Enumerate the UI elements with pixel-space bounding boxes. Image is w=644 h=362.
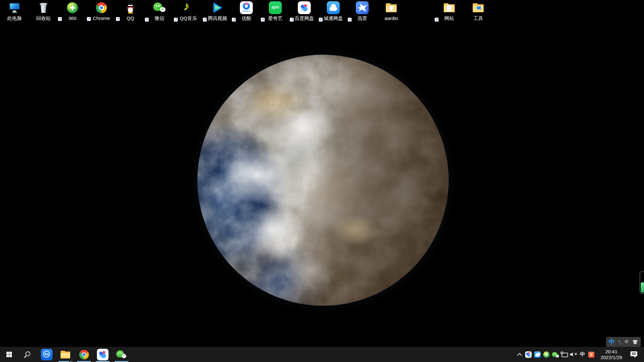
desktop-icon-qq-music[interactable]: QQ音乐 bbox=[174, 1, 203, 22]
desktop-icon-recycle-bin[interactable]: 回收站 bbox=[29, 1, 58, 22]
shortcut-arrow-icon bbox=[232, 18, 236, 22]
desktop-icon-chengtong-netdisk[interactable]: 城通网盘 bbox=[319, 1, 348, 22]
desktop-icon-label: 回收站 bbox=[36, 15, 51, 22]
desktop-icon-qq[interactable]: QQ bbox=[116, 1, 145, 21]
desktop-icon-grid: 此电脑 回收站 360 Chrome QQ 微信 QQ音乐 腾讯视频 优酷 爱奇… bbox=[0, 1, 644, 26]
dictionary-aa-icon bbox=[41, 349, 52, 360]
cloud-icon bbox=[327, 1, 340, 14]
baidu-netdisk-icon bbox=[524, 350, 533, 359]
desktop-icon-label: 迅雷 bbox=[357, 15, 367, 22]
shortcut-arrow-icon bbox=[261, 18, 265, 22]
iqiyi-icon bbox=[269, 1, 282, 14]
xunlei-bird-icon bbox=[356, 1, 369, 14]
desktop-icon-iqiyi[interactable]: 爱奇艺 bbox=[261, 1, 290, 22]
ime-lang-tray-button[interactable] bbox=[578, 347, 587, 362]
chrome-taskbar-button[interactable] bbox=[75, 347, 93, 362]
action-center-button[interactable] bbox=[627, 347, 641, 362]
desktop-icon-label: Chrome bbox=[93, 15, 110, 21]
desktop-screen: 此电脑 回收站 360 Chrome QQ 微信 QQ音乐 腾讯视频 优酷 爱奇… bbox=[0, 0, 644, 362]
desktop-icon-label: 微信 bbox=[155, 15, 164, 22]
desktop-icon-label: 工具 bbox=[473, 15, 483, 22]
wechat-tray-button[interactable] bbox=[551, 347, 560, 362]
360-safety-tray-button[interactable] bbox=[542, 347, 551, 362]
wechat-taskbar-button[interactable] bbox=[112, 347, 131, 362]
earth-wallpaper bbox=[197, 55, 449, 306]
desktop-icon-label: 优酷 bbox=[242, 15, 251, 22]
shortcut-arrow-icon bbox=[87, 17, 91, 21]
shortcut-arrow-icon bbox=[116, 17, 120, 21]
clock-time: 20:41 bbox=[596, 349, 627, 355]
chrome-icon bbox=[95, 1, 108, 14]
baidu-netdisk-tray-button[interactable] bbox=[524, 347, 533, 362]
desktop-icon-chrome[interactable]: Chrome bbox=[87, 1, 116, 21]
taskbar: 20:41 2022/1/29 bbox=[0, 347, 644, 362]
search-icon bbox=[22, 349, 34, 360]
chrome-icon bbox=[78, 349, 90, 360]
desktop-icon-tencent-video[interactable]: 腾讯视频 bbox=[203, 1, 232, 22]
desktop-icon-label: QQ音乐 bbox=[180, 15, 197, 22]
ime-punctuation[interactable] bbox=[619, 339, 621, 345]
music-note-icon bbox=[182, 1, 195, 14]
desktop-icon-xunlei[interactable]: 迅雷 bbox=[348, 1, 377, 22]
ime-mode-chinese[interactable] bbox=[609, 338, 615, 346]
side-indicator-pill bbox=[639, 271, 644, 294]
desktop-icon-this-pc[interactable]: 此电脑 bbox=[0, 1, 29, 22]
display-icon bbox=[560, 350, 569, 359]
shortcut-arrow-icon bbox=[58, 17, 62, 21]
desktop-icon-wechat[interactable]: 微信 bbox=[145, 1, 174, 22]
desktop-icon-label: 百度网盘 bbox=[295, 15, 314, 22]
chengtong-cloud-tray-button[interactable] bbox=[533, 347, 542, 362]
sogou-input-icon bbox=[587, 350, 596, 359]
volume-muted-icon bbox=[569, 350, 578, 359]
ime-status-bar bbox=[606, 337, 641, 347]
desktop-icon-label: QQ bbox=[127, 15, 134, 21]
desktop-icon-360[interactable]: 360 bbox=[58, 1, 87, 21]
volume-muted-tray-button[interactable] bbox=[569, 347, 578, 362]
hidden-icons-tray-button[interactable] bbox=[515, 347, 524, 362]
windows-logo-icon bbox=[4, 349, 15, 360]
baidu-netdisk-taskbar-button[interactable] bbox=[93, 347, 112, 362]
desktop-icon-label: 360 bbox=[68, 15, 76, 21]
desktop-icon-aardio[interactable]: aardio bbox=[377, 1, 406, 21]
folder-arrow-icon bbox=[472, 1, 485, 14]
wechat-icon bbox=[116, 349, 127, 360]
baidu-netdisk-icon bbox=[298, 1, 311, 14]
shortcut-arrow-icon bbox=[203, 18, 207, 22]
folder-files-icon bbox=[443, 1, 456, 14]
language-mode-indicator bbox=[578, 350, 587, 359]
tray-icons bbox=[515, 347, 596, 362]
desktop-icon-label: 腾讯视频 bbox=[208, 15, 227, 22]
chevron-up-icon bbox=[515, 350, 524, 359]
search-taskbar-button[interactable] bbox=[19, 347, 37, 362]
desktop-icon-tools-folder[interactable]: 工具 bbox=[464, 1, 493, 22]
taskbar-clock[interactable]: 20:41 2022/1/29 bbox=[596, 349, 627, 360]
earth-terminator-shading bbox=[197, 55, 449, 306]
wechat-icon bbox=[551, 350, 560, 359]
sogou-tray-button[interactable] bbox=[587, 347, 596, 362]
desktop-icon-baidu-netdisk[interactable]: 百度网盘 bbox=[290, 1, 319, 22]
side-indicator-fill bbox=[641, 282, 644, 293]
display-tray-button[interactable] bbox=[560, 347, 569, 362]
shortcut-arrow-icon bbox=[348, 18, 352, 22]
recycle-bin-icon bbox=[37, 1, 50, 14]
explorer-taskbar-button[interactable] bbox=[56, 347, 75, 362]
file-explorer-icon bbox=[60, 349, 71, 360]
dictionary-taskbar-button[interactable] bbox=[37, 347, 56, 362]
ime-skin[interactable] bbox=[632, 340, 638, 344]
folder-icon bbox=[385, 1, 398, 14]
start-taskbar-button[interactable] bbox=[0, 347, 19, 362]
notification-icon bbox=[630, 350, 638, 359]
desktop-icon-youku[interactable]: 优酷 bbox=[232, 1, 261, 22]
360-safety-icon bbox=[66, 1, 79, 14]
computer-icon bbox=[8, 1, 21, 14]
baidu-netdisk-icon bbox=[97, 349, 109, 360]
qq-penguin-icon bbox=[124, 1, 137, 14]
play-triangle-icon bbox=[211, 1, 224, 14]
desktop-icon-label: 城通网盘 bbox=[324, 15, 343, 22]
shortcut-arrow-icon bbox=[174, 18, 178, 22]
desktop-icon-label: 此电脑 bbox=[7, 15, 22, 22]
ime-half-width[interactable] bbox=[624, 339, 629, 345]
shortcut-arrow-icon bbox=[290, 18, 294, 22]
desktop-icon-website-folder[interactable]: 网站 bbox=[435, 1, 464, 22]
clock-date: 2022/1/29 bbox=[596, 355, 627, 360]
